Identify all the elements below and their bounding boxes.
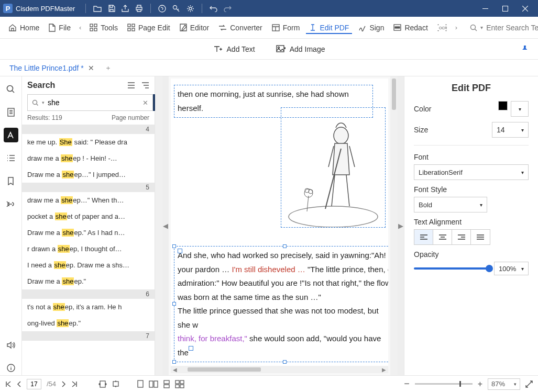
tree-view-icon[interactable] [141, 82, 149, 88]
fit-width-icon[interactable] [98, 380, 107, 388]
results-count: Results: 119 [27, 114, 62, 121]
page-edit-button[interactable]: Page Edit [124, 21, 173, 34]
prev-page-icon[interactable] [17, 381, 21, 387]
add-text-button[interactable]: Add Text [213, 45, 255, 53]
converter-button[interactable]: Converter [215, 21, 265, 34]
zoom-in-icon[interactable]: + [478, 379, 482, 389]
maximize-button[interactable] [495, 0, 515, 17]
minimize-button[interactable] [475, 0, 495, 17]
outline-icon[interactable] [4, 151, 18, 165]
opacity-dropdown[interactable]: 100%▾ [494, 262, 529, 275]
file-button[interactable]: File [46, 21, 74, 34]
search-result[interactable]: r drawn a sheep, I thought of… [22, 241, 155, 257]
fullscreen-icon[interactable] [525, 380, 533, 388]
zoom-slider[interactable] [415, 383, 473, 385]
main-toolbar: Home File ‹ Tools Page Edit Editor Conve… [0, 17, 538, 39]
list-view-icon[interactable] [127, 82, 135, 88]
clear-search-icon[interactable]: ✕ [142, 99, 148, 107]
fit-page-icon[interactable] [112, 380, 119, 388]
sound-icon[interactable] [4, 338, 18, 352]
edit-pdf-button[interactable]: Edit PDF [306, 21, 352, 34]
toolbar-search-input[interactable] [486, 24, 538, 32]
text-icon[interactable] [4, 128, 18, 142]
pin-icon[interactable] [521, 45, 529, 53]
collapse-right-icon[interactable]: ▶ [398, 76, 404, 375]
key-icon[interactable] [172, 5, 180, 13]
redact-button[interactable]: Redact [390, 21, 431, 34]
new-tab-button[interactable]: ＋ [105, 63, 112, 73]
opacity-slider[interactable] [414, 267, 490, 270]
search-result[interactable]: pocket a sheet of paper and a… [22, 208, 155, 225]
search-icon[interactable] [4, 82, 18, 96]
search-result[interactable]: draw me a sheep ! - Hein! -… [22, 150, 155, 166]
app-title: Cisdem PDFMaster [16, 5, 75, 13]
open-icon[interactable] [93, 5, 102, 12]
collapse-left-icon[interactable]: ◀ [162, 76, 169, 375]
last-page-icon[interactable] [71, 381, 78, 387]
search-input-box[interactable]: ▾ ✕ [27, 94, 153, 111]
toolbar-next[interactable]: › [453, 21, 459, 33]
info-icon[interactable] [4, 361, 18, 375]
save-icon[interactable] [108, 5, 115, 12]
toolbar-prev[interactable]: ‹ [77, 21, 83, 33]
editor-button[interactable]: Editor [177, 21, 213, 34]
search-result[interactable]: ong-lived sheep." [22, 315, 155, 331]
svg-rect-3 [482, 8, 488, 9]
sign-button[interactable]: Sign [355, 21, 387, 34]
search-result[interactable]: t's not a sheep, it's a ram. He h [22, 299, 155, 315]
tools-button[interactable]: Tools [86, 21, 121, 34]
svg-point-24 [289, 206, 378, 227]
align-center-button[interactable] [433, 230, 452, 244]
search-result[interactable]: I need a sheep. Draw me a shs… [22, 257, 155, 273]
undo-icon[interactable] [210, 5, 217, 12]
bookmark-icon[interactable] [4, 174, 18, 188]
text-block-2[interactable]: And she, who had worked so precisely, sa… [174, 246, 388, 362]
align-left-button[interactable] [414, 230, 433, 244]
doc-scrollbar[interactable] [390, 76, 398, 375]
color-swatch[interactable] [498, 101, 508, 110]
zoom-dropdown[interactable]: 87%▾ [488, 378, 520, 390]
form-button[interactable]: Form [269, 21, 303, 34]
search-result[interactable]: Draw me a sheep." [22, 273, 155, 289]
page-input[interactable] [27, 379, 41, 389]
two-page-icon[interactable] [149, 380, 158, 388]
first-page-icon[interactable] [5, 381, 12, 387]
add-image-button[interactable]: Add Image [276, 45, 325, 53]
redo-icon[interactable] [224, 5, 232, 12]
share-icon[interactable] [122, 5, 129, 12]
panel-scrollbar[interactable] [155, 76, 162, 375]
thumbnails-icon[interactable] [4, 105, 18, 119]
search-panel: Search ▾ ✕ Done Results: 119 Page number… [22, 76, 155, 375]
document-tab[interactable]: The Little Prince1.pdf * ✕ [5, 62, 98, 74]
two-continuous-icon[interactable] [175, 380, 184, 388]
size-dropdown[interactable]: 14▾ [492, 122, 529, 138]
document-page[interactable]: then one morning, just at sunrise, she h… [171, 79, 388, 373]
font-dropdown[interactable]: LiberationSerif▾ [414, 164, 529, 180]
search-result[interactable]: Draw me a sheep." As I had n… [22, 225, 155, 241]
image-block[interactable] [281, 107, 386, 228]
font-style-dropdown[interactable]: Bold▾ [414, 197, 487, 212]
tab-bar: The Little Prince1.pdf * ✕ ＋ [0, 60, 538, 76]
search-result[interactable]: draw me a sheep…" When th… [22, 192, 155, 208]
zoom-out-icon[interactable]: − [404, 378, 410, 389]
ocr-button[interactable]: OCR [434, 22, 450, 33]
align-right-button[interactable] [452, 230, 471, 244]
close-button[interactable] [515, 0, 535, 17]
search-result[interactable]: ke me up. She said: " Please dra [22, 134, 155, 150]
home-button[interactable]: Home [5, 21, 42, 34]
titlebar: P Cisdem PDFMaster [0, 0, 538, 17]
next-page-icon[interactable] [61, 381, 66, 387]
search-input[interactable] [48, 98, 139, 107]
tab-close-icon[interactable]: ✕ [88, 64, 94, 72]
settings-icon[interactable] [186, 5, 194, 13]
continuous-icon[interactable] [163, 380, 170, 388]
color-dropdown[interactable]: ▾ [511, 101, 529, 117]
search-result[interactable]: Draw me a sheep…" I jumped… [22, 166, 155, 183]
toolbar-search[interactable]: ▾ [470, 24, 538, 32]
horizontal-scrollbar[interactable]: ◀ ▶ [171, 366, 388, 373]
print-icon[interactable] [135, 5, 143, 12]
align-justify-button[interactable] [471, 230, 490, 244]
single-page-icon[interactable] [137, 380, 144, 388]
clip-icon[interactable] [4, 197, 18, 211]
help-icon[interactable] [158, 5, 166, 13]
